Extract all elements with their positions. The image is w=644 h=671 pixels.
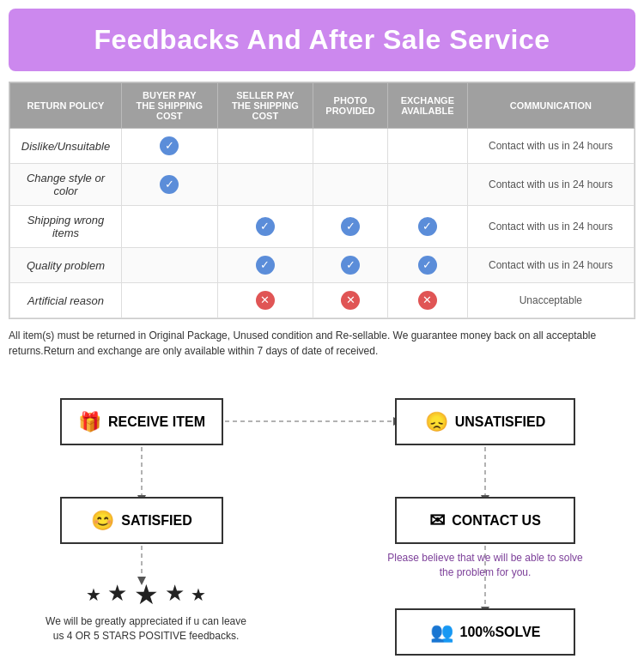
- check-cell: ✕: [313, 283, 388, 318]
- col-buyer-pay: BUYER PAYTHE SHIPPINGCOST: [122, 83, 218, 129]
- col-communication: COMMUNICATION: [467, 83, 634, 129]
- communication-cell: Contact with us in 24 hours: [467, 164, 634, 206]
- check-cell: ✓: [313, 206, 388, 248]
- col-exchange: EXCHANGEAVAILABLE: [387, 83, 467, 129]
- contact-note: Please believe that we will be able to s…: [386, 551, 584, 580]
- check-cell: ✓: [313, 248, 388, 283]
- table-header-row: RETURN POLICY BUYER PAYTHE SHIPPINGCOST …: [10, 83, 635, 129]
- check-cell: [122, 283, 218, 318]
- happy-face-icon: 😊: [91, 510, 114, 532]
- check-cell: [217, 164, 313, 206]
- cross-icon: ✕: [418, 291, 437, 310]
- check-icon: ✓: [418, 217, 437, 236]
- table-body: Dislike/Unsuitable✓Contact with us in 24…: [10, 129, 635, 318]
- check-cell: [387, 129, 467, 164]
- star-1: ★: [86, 585, 101, 604]
- check-icon: ✓: [256, 256, 275, 275]
- check-icon: ✓: [341, 256, 360, 275]
- check-cell: [387, 164, 467, 206]
- col-return-policy: RETURN POLICY: [10, 83, 122, 129]
- stars-row: ★ ★ ★ ★ ★: [43, 578, 249, 611]
- policy-table: RETURN POLICY BUYER PAYTHE SHIPPINGCOST …: [9, 82, 635, 318]
- check-cell: ✓: [122, 164, 218, 206]
- receive-item-label: RECEIVE ITEM: [108, 414, 205, 430]
- communication-cell: Contact with us in 24 hours: [467, 248, 634, 283]
- star-highlight: ★: [134, 579, 159, 610]
- col-photo: PHOTOPROVIDED: [313, 83, 388, 129]
- policy-cell: Quality problem: [10, 248, 122, 283]
- communication-cell: Contact with us in 24 hours: [467, 206, 634, 248]
- mail-icon: ✉: [429, 510, 445, 532]
- check-cell: ✕: [387, 283, 467, 318]
- unsatisfied-label: UNSATISFIED: [455, 414, 545, 430]
- check-icon: ✓: [341, 217, 360, 236]
- policy-cell: Shipping wrong items: [10, 206, 122, 248]
- check-cell: ✓: [217, 206, 313, 248]
- check-icon: ✓: [160, 175, 179, 194]
- check-cell: ✓: [387, 248, 467, 283]
- contact-us-box: ✉ CONTACT US: [395, 497, 575, 544]
- solve-box: 👥 100%SOLVE: [395, 608, 575, 656]
- satisfied-label: SATISFIED: [121, 513, 191, 529]
- table-row: Quality problem✓✓✓Contact with us in 24 …: [10, 248, 635, 283]
- solve-label: 100%SOLVE: [460, 625, 541, 640]
- receive-item-box: 🎁 RECEIVE ITEM: [60, 398, 223, 445]
- check-cell: [217, 129, 313, 164]
- policy-cell: Dislike/Unsuitable: [10, 129, 122, 164]
- check-cell: [122, 248, 218, 283]
- check-cell: ✓: [387, 206, 467, 248]
- sad-face-icon: 😞: [425, 411, 448, 433]
- people-icon: 👥: [430, 621, 453, 644]
- check-cell: ✓: [217, 248, 313, 283]
- check-cell: ✕: [217, 283, 313, 318]
- check-cell: [313, 129, 388, 164]
- flow-diagram: 🎁 RECEIVE ITEM 😞 UNSATISFIED 😊 SATISFIED…: [9, 372, 635, 664]
- stars-area: ★ ★ ★ ★ ★ We will be greatly appreciated…: [43, 578, 249, 644]
- check-icon: ✓: [256, 217, 275, 236]
- col-seller-pay: SELLER PAYTHE SHIPPINGCOST: [217, 83, 313, 129]
- star-5: ★: [191, 585, 206, 604]
- table-row: Change style or color✓Contact with us in…: [10, 164, 635, 206]
- gift-icon: 🎁: [78, 411, 101, 433]
- policy-cell: Change style or color: [10, 164, 122, 206]
- policy-note: All item(s) must be returned in Original…: [9, 328, 635, 359]
- communication-cell: Contact with us in 24 hours: [467, 129, 634, 164]
- contact-us-label: CONTACT US: [452, 513, 541, 529]
- header-banner: Feedbacks And After Sale Service: [9, 9, 635, 71]
- page-title: Feedbacks And After Sale Service: [26, 24, 618, 56]
- cross-icon: ✕: [341, 291, 360, 310]
- table-row: Dislike/Unsuitable✓Contact with us in 24…: [10, 129, 635, 164]
- stars-label: We will be greatly appreciated if u can …: [43, 614, 249, 644]
- check-icon: ✓: [418, 256, 437, 275]
- table-row: Shipping wrong items✓✓✓Contact with us i…: [10, 206, 635, 248]
- policy-table-wrap: RETURN POLICY BUYER PAYTHE SHIPPINGCOST …: [9, 82, 635, 319]
- satisfied-box: 😊 SATISFIED: [60, 497, 223, 544]
- communication-cell: Unacceptable: [467, 283, 634, 318]
- policy-cell: Artificial reason: [10, 283, 122, 318]
- check-cell: ✓: [122, 129, 218, 164]
- table-row: Artificial reason✕✕✕Unacceptable: [10, 283, 635, 318]
- check-icon: ✓: [160, 136, 179, 155]
- check-cell: [122, 206, 218, 248]
- unsatisfied-box: 😞 UNSATISFIED: [395, 398, 575, 445]
- check-cell: [313, 164, 388, 206]
- cross-icon: ✕: [256, 291, 275, 310]
